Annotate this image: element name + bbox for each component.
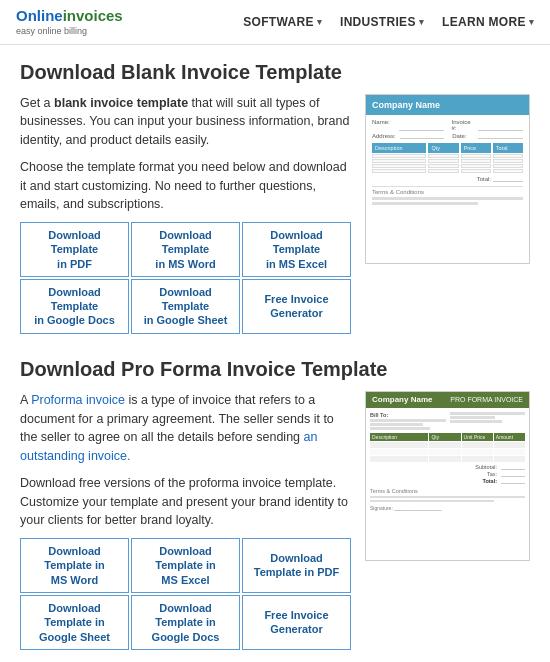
download-template-ms-word-button[interactable]: Download Templatein MS Word (131, 222, 240, 277)
section-pro-forma-text: A Proforma invoice is a type of invoice … (20, 391, 351, 650)
section-pro-forma-body: A Proforma invoice is a type of invoice … (20, 391, 530, 650)
main-content: Download Blank Invoice Template Get a bl… (0, 45, 550, 663)
section-blank-invoice-body: Get a blank invoice template that will s… (20, 94, 530, 334)
chevron-down-icon: ▾ (419, 17, 424, 27)
pro-forma-image: Company Name PRO FORMA INVOICE Bill To: (366, 392, 529, 515)
nav-industries[interactable]: INDUSTRIES ▾ (340, 15, 424, 29)
download-template-pdf-button[interactable]: Download Templatein PDF (20, 222, 129, 277)
free-invoice-generator-button-2[interactable]: Free InvoiceGenerator (242, 595, 351, 650)
inv-header-bar: Company Name (366, 95, 529, 115)
proforma-invoice-link[interactable]: Proforma invoice (31, 393, 125, 407)
pro-forma-google-sheet-button[interactable]: Download Template inGoogle Sheet (20, 595, 129, 650)
outstanding-invoice-link[interactable]: an outstanding invoice. (20, 430, 317, 463)
section-blank-invoice-text: Get a blank invoice template that will s… (20, 94, 351, 334)
free-invoice-generator-button-1[interactable]: Free InvoiceGenerator (242, 279, 351, 334)
section-blank-invoice: Download Blank Invoice Template Get a bl… (20, 61, 530, 334)
pro-forma-ms-word-button[interactable]: Download Template inMS Word (20, 538, 129, 593)
blank-invoice-btn-row2: Download Templatein Google Docs Download… (20, 279, 351, 334)
nav-learn-more[interactable]: LEARN MORE ▾ (442, 15, 534, 29)
nav-industries-label: INDUSTRIES (340, 15, 416, 29)
header: Onlineinvoices easy online billing SOFTW… (0, 0, 550, 45)
pro-forma-ms-excel-button[interactable]: Download Template inMS Excel (131, 538, 240, 593)
blank-invoice-image: Company Name Name: Invoice #: Address: D… (366, 95, 529, 211)
nav-learn-more-label: LEARN MORE (442, 15, 526, 29)
chevron-down-icon: ▾ (529, 17, 534, 27)
blank-invoice-btn-row1: Download Templatein PDF Download Templat… (20, 222, 351, 277)
download-template-google-docs-button[interactable]: Download Templatein Google Docs (20, 279, 129, 334)
nav-software[interactable]: SOFTWARE ▾ (243, 15, 322, 29)
pro-forma-google-docs-button[interactable]: Download Template inGoogle Docs (131, 595, 240, 650)
section-pro-forma: Download Pro Forma Invoice Template A Pr… (20, 358, 530, 650)
pro-forma-para2: Download free versions of the proforma i… (20, 474, 351, 530)
main-nav: SOFTWARE ▾ INDUSTRIES ▾ LEARN MORE ▾ (243, 15, 534, 29)
blank-invoice-preview: Company Name Name: Invoice #: Address: D… (365, 94, 530, 264)
pro-forma-pdf-button[interactable]: DownloadTemplate in PDF (242, 538, 351, 593)
pro-forma-btn-row1: Download Template inMS Word Download Tem… (20, 538, 351, 593)
pro-forma-preview: Company Name PRO FORMA INVOICE Bill To: (365, 391, 530, 561)
logo: Onlineinvoices easy online billing (16, 8, 123, 36)
download-template-google-sheet-button[interactable]: Download Templatein Google Sheet (131, 279, 240, 334)
logo-text: Onlineinvoices (16, 8, 123, 25)
section-pro-forma-title: Download Pro Forma Invoice Template (20, 358, 530, 381)
pro-forma-para1: A Proforma invoice is a type of invoice … (20, 391, 351, 466)
pro-forma-btn-row2: Download Template inGoogle Sheet Downloa… (20, 595, 351, 650)
chevron-down-icon: ▾ (317, 17, 322, 27)
nav-software-label: SOFTWARE (243, 15, 313, 29)
logo-tagline: easy online billing (16, 26, 87, 36)
download-template-ms-excel-button[interactable]: Download Templatein MS Excel (242, 222, 351, 277)
blank-invoice-para2: Choose the template format you need belo… (20, 158, 351, 214)
section-blank-invoice-title: Download Blank Invoice Template (20, 61, 530, 84)
blank-invoice-para1: Get a blank invoice template that will s… (20, 94, 351, 150)
pro-header-bar: Company Name PRO FORMA INVOICE (366, 392, 529, 408)
